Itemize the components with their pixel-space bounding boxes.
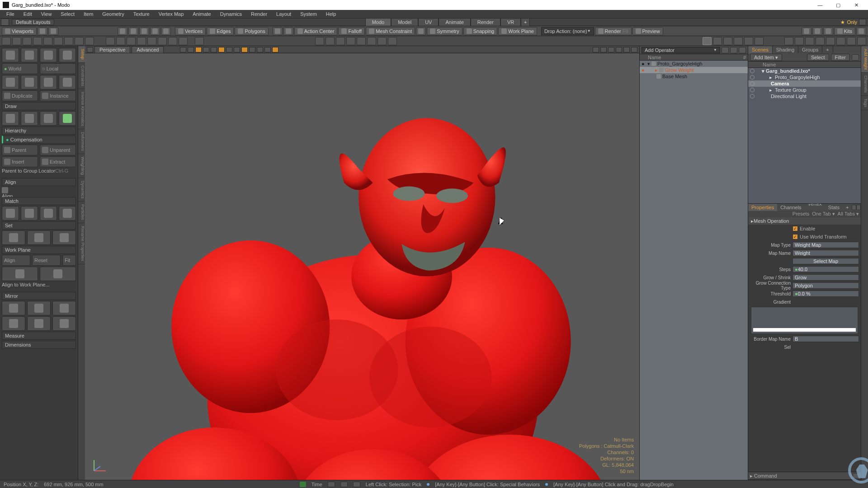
sidetab-particles[interactable]: Particles (78, 202, 85, 223)
grow-dropdown[interactable]: Grow (793, 274, 859, 281)
nav-icon[interactable] (593, 47, 599, 52)
set-tool[interactable] (2, 230, 25, 245)
vp-icon[interactable] (257, 47, 263, 52)
tool-icon[interactable] (179, 37, 188, 45)
alltabs-label[interactable]: All Tabs ▾ (838, 211, 859, 217)
tool-icon[interactable] (127, 37, 136, 45)
extract-button[interactable]: Extract (40, 156, 76, 167)
match-tool[interactable] (21, 206, 38, 221)
tab-properties[interactable]: Properties (748, 204, 777, 211)
tool-icon[interactable] (315, 37, 324, 45)
toolbar-icon[interactable] (283, 27, 293, 35)
eye-icon[interactable] (750, 88, 755, 92)
onetab-label[interactable]: One Tab ▾ (812, 211, 835, 217)
selectmap-button[interactable]: Select Map (793, 258, 859, 264)
scene-item[interactable]: ▸Proto_GargoyleHigh (748, 74, 861, 80)
nav-icon[interactable] (608, 47, 614, 52)
tag-icon[interactable] (816, 37, 825, 45)
draw-section[interactable]: Draw (2, 102, 76, 110)
meshops-item[interactable]: ●▾Proto_GargoyleHigh (640, 61, 748, 67)
dimensions-button[interactable]: Dimensions (2, 341, 76, 349)
nav-icon[interactable] (623, 47, 630, 52)
gradient-editor[interactable] (751, 307, 858, 334)
viewport-tab-perspective[interactable]: Perspective (94, 46, 130, 53)
scene-tree[interactable]: ▾Garg_bundled.lxo* ▸Proto_GargoyleHigh C… (748, 68, 861, 203)
symmetry[interactable]: Symmetry (427, 27, 462, 35)
shade-icon[interactable] (744, 37, 753, 45)
presel-icon[interactable] (161, 27, 171, 35)
threshold-field[interactable]: ● 0.0 % (793, 291, 859, 297)
sidetab-setup[interactable]: Setup (78, 46, 85, 63)
sidetab-addweight[interactable]: Add Weight (861, 46, 868, 73)
nav-icon[interactable] (616, 47, 622, 52)
expand-icon[interactable] (853, 473, 859, 479)
minimize-button[interactable]: — (811, 0, 829, 10)
menu-file[interactable]: File (2, 10, 19, 18)
menu-view[interactable]: View (37, 10, 57, 18)
steps-field[interactable]: ● 40.0 (793, 266, 859, 272)
snapping[interactable]: Snapping (463, 27, 498, 35)
gear-icon[interactable] (852, 205, 856, 210)
mirror-tool[interactable] (2, 301, 25, 315)
match-tool[interactable] (40, 206, 57, 221)
manip-scale[interactable] (40, 48, 57, 62)
section-mesh-operation[interactable]: ▸ Mesh Operation (748, 217, 861, 225)
layout-dropdown[interactable]: Default Layouts (12, 19, 54, 25)
select-button[interactable]: Select (807, 54, 829, 61)
falloff[interactable]: Falloff (338, 27, 365, 35)
sidetab-rename[interactable]: Rename Properties (78, 223, 85, 264)
space-world[interactable]: ●World (2, 63, 38, 74)
menu-dynamics[interactable]: Dynamics (216, 10, 246, 18)
panel-icon[interactable] (722, 47, 729, 53)
presets-label[interactable]: Presets (793, 211, 809, 217)
sel-polygons[interactable]: Polygons (235, 27, 268, 35)
menu-edit[interactable]: Edit (19, 10, 37, 18)
status-icon[interactable] (353, 482, 360, 487)
instance-button[interactable]: Instance (40, 90, 76, 101)
presel-icon[interactable] (150, 27, 160, 35)
tool-icon[interactable] (168, 37, 177, 45)
vp-icon[interactable] (234, 47, 240, 52)
toolbar-icon[interactable] (416, 27, 426, 35)
mesh-constraint[interactable]: Mesh Constraint (366, 27, 415, 35)
tag-icon[interactable] (857, 37, 866, 45)
action-center[interactable]: Action Center (294, 27, 338, 35)
tab-stats[interactable]: Stats (825, 204, 843, 211)
tool-icon[interactable] (346, 37, 355, 45)
vp-icon[interactable] (203, 47, 209, 52)
tag-icon[interactable] (836, 37, 845, 45)
tab-scenes[interactable]: Scenes (748, 46, 773, 53)
scene-item[interactable]: Camera (748, 80, 861, 87)
mirror-section[interactable]: Mirror (2, 292, 76, 300)
layout-tab-add[interactable]: + (521, 18, 530, 26)
meshops-item[interactable]: ●▸Grow Weight (640, 67, 748, 73)
align-to-wp-button[interactable]: Align to Work Plane... (2, 282, 76, 291)
menu-render[interactable]: Render (246, 10, 272, 18)
workplane[interactable]: Work Plane (498, 27, 537, 35)
wp-reset-button[interactable]: Reset (32, 255, 61, 266)
sidetab-ik[interactable]: Inverse Kinematics (78, 89, 85, 129)
maximize-button[interactable]: ▢ (829, 0, 847, 10)
scene-item[interactable]: ▾Garg_bundled.lxo* (748, 68, 861, 74)
wp-fit-button[interactable]: Fit (62, 255, 76, 266)
parent-button[interactable]: Parent (2, 145, 38, 155)
menu-select[interactable]: Select (56, 10, 79, 18)
toolbar-icon[interactable] (48, 27, 58, 35)
enable-checkbox[interactable]: ✓ (793, 226, 798, 231)
toolbar-icon[interactable] (38, 27, 47, 35)
manip-transform[interactable] (59, 48, 76, 62)
preview-button[interactable]: Preview (632, 27, 663, 35)
tool-icon[interactable] (388, 37, 397, 45)
filter-button[interactable]: Filter (831, 54, 850, 61)
layout-tab-render[interactable]: Render (471, 18, 500, 26)
menu-animate[interactable]: Animate (188, 10, 215, 18)
viewport-3d[interactable]: No Items Polygons : Catmull-Clark Channe… (85, 53, 639, 480)
shade-icon[interactable] (703, 37, 712, 45)
shade-icon[interactable] (713, 37, 722, 45)
chevron-left-icon[interactable] (87, 47, 93, 52)
measure-section[interactable]: Measure (2, 332, 76, 340)
mirror-tool[interactable] (27, 301, 51, 315)
layout-gear-icon[interactable] (859, 19, 866, 25)
unparent-button[interactable]: Unparent (40, 145, 76, 155)
render-button[interactable]: RenderF9 (595, 27, 632, 35)
